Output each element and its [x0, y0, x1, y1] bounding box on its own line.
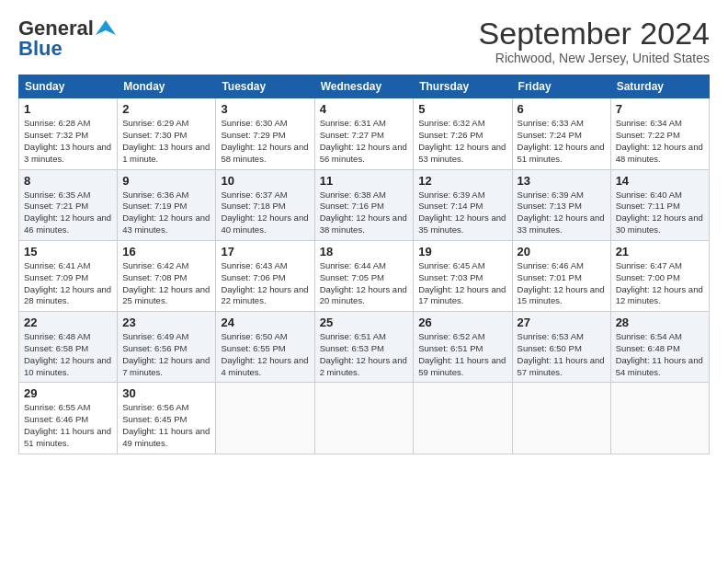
calendar-header-saturday: Saturday [610, 75, 709, 98]
calendar-week-5: 29Sunrise: 6:55 AMSunset: 6:46 PMDayligh… [19, 383, 710, 454]
logo: General Blue [18, 17, 116, 61]
calendar-header-tuesday: Tuesday [216, 75, 314, 98]
calendar-cell: 6Sunrise: 6:33 AMSunset: 7:24 PMDaylight… [512, 98, 610, 169]
day-number: 27 [518, 316, 606, 329]
day-info: Sunrise: 6:50 AMSunset: 6:55 PMDaylight:… [221, 331, 309, 378]
day-number: 6 [518, 102, 606, 116]
calendar-cell: 9Sunrise: 6:36 AMSunset: 7:19 PMDaylight… [118, 169, 216, 240]
day-number: 2 [122, 102, 210, 116]
day-number: 3 [221, 102, 309, 116]
calendar-cell: 22Sunrise: 6:48 AMSunset: 6:58 PMDayligh… [19, 312, 118, 383]
logo-bird-icon [96, 18, 116, 39]
calendar-cell: 30Sunrise: 6:56 AMSunset: 6:45 PMDayligh… [118, 383, 216, 454]
calendar-week-4: 22Sunrise: 6:48 AMSunset: 6:58 PMDayligh… [19, 312, 710, 383]
day-info: Sunrise: 6:47 AMSunset: 7:00 PMDaylight:… [616, 260, 704, 307]
title-block: September 2024 Richwood, New Jersey, Uni… [479, 17, 710, 65]
calendar-cell: 17Sunrise: 6:43 AMSunset: 7:06 PMDayligh… [216, 240, 314, 311]
calendar-cell: 10Sunrise: 6:37 AMSunset: 7:18 PMDayligh… [216, 169, 314, 240]
day-info: Sunrise: 6:52 AMSunset: 6:51 PMDaylight:… [418, 331, 506, 378]
calendar-cell: 20Sunrise: 6:46 AMSunset: 7:01 PMDayligh… [512, 240, 610, 311]
calendar-cell: 7Sunrise: 6:34 AMSunset: 7:22 PMDaylight… [610, 98, 709, 169]
calendar-cell: 1Sunrise: 6:28 AMSunset: 7:32 PMDaylight… [19, 98, 118, 169]
day-number: 13 [518, 174, 606, 188]
calendar-cell: 15Sunrise: 6:41 AMSunset: 7:09 PMDayligh… [19, 240, 118, 311]
calendar-table: SundayMondayTuesdayWednesdayThursdayFrid… [18, 75, 710, 454]
calendar-cell: 23Sunrise: 6:49 AMSunset: 6:56 PMDayligh… [118, 312, 216, 383]
day-number: 21 [616, 245, 704, 259]
calendar-header-friday: Friday [512, 75, 610, 98]
calendar-header-thursday: Thursday [414, 75, 512, 98]
day-number: 1 [24, 102, 112, 116]
day-number: 16 [122, 245, 210, 259]
calendar-header-sunday: Sunday [19, 75, 118, 98]
calendar-cell: 27Sunrise: 6:53 AMSunset: 6:50 PMDayligh… [512, 312, 610, 383]
page: General Blue September 2024 Richwood, Ne… [0, 0, 728, 563]
day-info: Sunrise: 6:34 AMSunset: 7:22 PMDaylight:… [616, 118, 704, 165]
day-info: Sunrise: 6:30 AMSunset: 7:29 PMDaylight:… [221, 118, 309, 165]
day-number: 5 [418, 102, 506, 116]
logo-blue: Blue [18, 37, 63, 61]
day-info: Sunrise: 6:31 AMSunset: 7:27 PMDaylight:… [320, 118, 409, 165]
calendar-cell [216, 383, 314, 454]
day-number: 11 [320, 174, 409, 188]
calendar-cell: 26Sunrise: 6:52 AMSunset: 6:51 PMDayligh… [414, 312, 512, 383]
day-number: 10 [221, 174, 309, 188]
calendar-cell: 8Sunrise: 6:35 AMSunset: 7:21 PMDaylight… [19, 169, 118, 240]
calendar-cell: 12Sunrise: 6:39 AMSunset: 7:14 PMDayligh… [414, 169, 512, 240]
day-info: Sunrise: 6:28 AMSunset: 7:32 PMDaylight:… [24, 118, 112, 165]
day-number: 17 [221, 245, 309, 259]
calendar-week-2: 8Sunrise: 6:35 AMSunset: 7:21 PMDaylight… [19, 169, 710, 240]
day-info: Sunrise: 6:49 AMSunset: 6:56 PMDaylight:… [122, 331, 210, 378]
subtitle: Richwood, New Jersey, United States [479, 51, 710, 65]
day-info: Sunrise: 6:55 AMSunset: 6:46 PMDaylight:… [24, 402, 112, 449]
day-number: 9 [122, 174, 210, 188]
day-info: Sunrise: 6:54 AMSunset: 6:48 PMDaylight:… [616, 331, 704, 378]
day-info: Sunrise: 6:39 AMSunset: 7:13 PMDaylight:… [518, 190, 606, 236]
day-number: 24 [221, 316, 309, 329]
day-number: 8 [24, 174, 112, 188]
calendar-cell: 11Sunrise: 6:38 AMSunset: 7:16 PMDayligh… [314, 169, 414, 240]
day-info: Sunrise: 6:48 AMSunset: 6:58 PMDaylight:… [24, 331, 112, 378]
calendar-cell: 19Sunrise: 6:45 AMSunset: 7:03 PMDayligh… [414, 240, 512, 311]
day-info: Sunrise: 6:53 AMSunset: 6:50 PMDaylight:… [518, 331, 606, 378]
day-number: 25 [320, 316, 409, 329]
day-number: 18 [320, 245, 409, 259]
calendar-cell: 29Sunrise: 6:55 AMSunset: 6:46 PMDayligh… [19, 383, 118, 454]
day-info: Sunrise: 6:29 AMSunset: 7:30 PMDaylight:… [122, 118, 210, 165]
day-info: Sunrise: 6:41 AMSunset: 7:09 PMDaylight:… [24, 260, 112, 307]
calendar-cell [512, 383, 610, 454]
day-number: 15 [24, 245, 112, 259]
day-info: Sunrise: 6:37 AMSunset: 7:18 PMDaylight:… [221, 190, 309, 236]
day-info: Sunrise: 6:43 AMSunset: 7:06 PMDaylight:… [221, 260, 309, 307]
day-info: Sunrise: 6:38 AMSunset: 7:16 PMDaylight:… [320, 190, 409, 236]
calendar-cell: 2Sunrise: 6:29 AMSunset: 7:30 PMDaylight… [118, 98, 216, 169]
calendar-cell [610, 383, 709, 454]
calendar-cell: 3Sunrise: 6:30 AMSunset: 7:29 PMDaylight… [216, 98, 314, 169]
day-info: Sunrise: 6:40 AMSunset: 7:11 PMDaylight:… [616, 190, 704, 236]
day-info: Sunrise: 6:51 AMSunset: 6:53 PMDaylight:… [320, 331, 409, 378]
day-number: 26 [418, 316, 506, 329]
calendar-week-3: 15Sunrise: 6:41 AMSunset: 7:09 PMDayligh… [19, 240, 710, 311]
day-number: 23 [122, 316, 210, 329]
day-number: 19 [418, 245, 506, 259]
day-number: 30 [122, 386, 210, 400]
calendar-week-1: 1Sunrise: 6:28 AMSunset: 7:32 PMDaylight… [19, 98, 710, 169]
day-number: 12 [418, 174, 506, 188]
calendar-cell: 14Sunrise: 6:40 AMSunset: 7:11 PMDayligh… [610, 169, 709, 240]
calendar-header-monday: Monday [118, 75, 216, 98]
calendar-header-wednesday: Wednesday [314, 75, 414, 98]
day-info: Sunrise: 6:33 AMSunset: 7:24 PMDaylight:… [518, 118, 606, 165]
day-info: Sunrise: 6:35 AMSunset: 7:21 PMDaylight:… [24, 190, 112, 236]
day-info: Sunrise: 6:44 AMSunset: 7:05 PMDaylight:… [320, 260, 409, 307]
calendar-cell: 28Sunrise: 6:54 AMSunset: 6:48 PMDayligh… [610, 312, 709, 383]
main-title: September 2024 [479, 17, 710, 51]
calendar-cell: 21Sunrise: 6:47 AMSunset: 7:00 PMDayligh… [610, 240, 709, 311]
calendar-cell: 25Sunrise: 6:51 AMSunset: 6:53 PMDayligh… [314, 312, 414, 383]
day-number: 20 [518, 245, 606, 259]
day-info: Sunrise: 6:45 AMSunset: 7:03 PMDaylight:… [418, 260, 506, 307]
day-info: Sunrise: 6:32 AMSunset: 7:26 PMDaylight:… [418, 118, 506, 165]
day-number: 14 [616, 174, 704, 188]
calendar-cell: 16Sunrise: 6:42 AMSunset: 7:08 PMDayligh… [118, 240, 216, 311]
svg-marker-0 [96, 20, 116, 35]
day-info: Sunrise: 6:46 AMSunset: 7:01 PMDaylight:… [518, 260, 606, 307]
